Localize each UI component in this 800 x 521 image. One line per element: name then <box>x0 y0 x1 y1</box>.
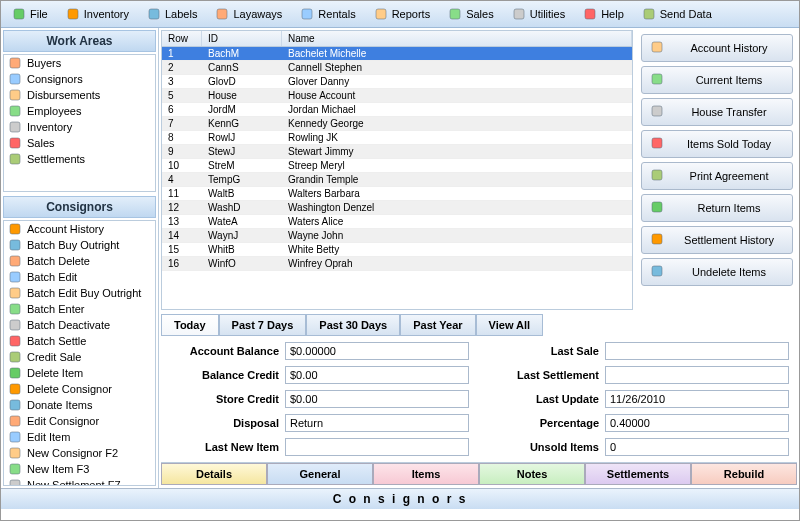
consignor-menu-item[interactable]: Batch Edit Buy Outright <box>4 285 155 301</box>
consignor-menu-item[interactable]: Delete Item <box>4 365 155 381</box>
cell-name: White Betty <box>282 243 632 256</box>
cell-name: Waters Alice <box>282 215 632 228</box>
svg-rect-11 <box>10 74 20 84</box>
field-last-settlement[interactable] <box>605 366 789 384</box>
field-last-sale[interactable] <box>605 342 789 360</box>
bottom-tab-general[interactable]: General <box>267 463 373 485</box>
col-row-header[interactable]: Row <box>162 31 202 46</box>
field-account-balance[interactable] <box>285 342 469 360</box>
table-row[interactable]: 7KennGKennedy George <box>162 117 632 131</box>
table-row[interactable]: 1BachMBachelet Michelle <box>162 47 632 61</box>
cell-id: GlovD <box>202 75 282 88</box>
consignor-menu-item[interactable]: Edit Item <box>4 429 155 445</box>
table-row[interactable]: 12WashDWashington Denzel <box>162 201 632 215</box>
table-row[interactable]: 13WateAWaters Alice <box>162 215 632 229</box>
table-row[interactable]: 6JordMJordan Michael <box>162 103 632 117</box>
table-row[interactable]: 14WaynJWayne John <box>162 229 632 243</box>
table-row[interactable]: 5HouseHouse Account <box>162 89 632 103</box>
work-area-inventory[interactable]: Inventory <box>4 119 155 135</box>
consignor-menu-item[interactable]: Batch Buy Outright <box>4 237 155 253</box>
consignor-menu-item[interactable]: New Consignor F2 <box>4 445 155 461</box>
table-row[interactable]: 8RowlJRowling JK <box>162 131 632 145</box>
consignor-menu-item[interactable]: Donate Items <box>4 397 155 413</box>
consignor-menu-item[interactable]: Credit Sale <box>4 349 155 365</box>
field-last-new-item[interactable] <box>285 438 469 456</box>
field-last-update[interactable] <box>605 390 789 408</box>
action-icon <box>650 200 666 216</box>
svg-rect-22 <box>10 304 20 314</box>
tree-label: Batch Delete <box>27 255 90 267</box>
tree-label: New Consignor F2 <box>27 447 118 459</box>
cell-id: RowlJ <box>202 131 282 144</box>
action-return-items[interactable]: Return Items <box>641 194 793 222</box>
filter-tab-past-30-days[interactable]: Past 30 Days <box>306 314 400 336</box>
toolbar-rentals[interactable]: Rentals <box>291 3 364 25</box>
toolbar-inventory[interactable]: Inventory <box>57 3 138 25</box>
field-label: Percentage <box>489 417 599 429</box>
bottom-tab-notes[interactable]: Notes <box>479 463 585 485</box>
field-balance-credit[interactable] <box>285 366 469 384</box>
field-store-credit[interactable] <box>285 390 469 408</box>
table-row[interactable]: 15WhitBWhite Betty <box>162 243 632 257</box>
toolbar-reports[interactable]: Reports <box>365 3 440 25</box>
field-row: Last Sale <box>489 342 789 360</box>
bottom-tab-rebuild[interactable]: Rebuild <box>691 463 797 485</box>
consignor-menu-item[interactable]: Batch Edit <box>4 269 155 285</box>
toolbar-help[interactable]: Help <box>574 3 633 25</box>
field-percentage[interactable] <box>605 414 789 432</box>
action-current-items[interactable]: Current Items <box>641 66 793 94</box>
consignor-menu-item[interactable]: New Settlement F7 <box>4 477 155 486</box>
table-row[interactable]: 2CannSCannell Stephen <box>162 61 632 75</box>
action-undelete-items[interactable]: Undelete Items <box>641 258 793 286</box>
consignor-menu-item[interactable]: Batch Settle <box>4 333 155 349</box>
bottom-tab-items[interactable]: Items <box>373 463 479 485</box>
bottom-tab-settlements[interactable]: Settlements <box>585 463 691 485</box>
tree-label: Disbursements <box>27 89 100 101</box>
work-area-sales[interactable]: Sales <box>4 135 155 151</box>
work-area-disbursements[interactable]: Disbursements <box>4 87 155 103</box>
toolbar-sales[interactable]: Sales <box>439 3 503 25</box>
footer-title: C o n s i g n o r s <box>1 488 799 509</box>
consignor-menu-item[interactable]: Account History <box>4 221 155 237</box>
action-house-transfer[interactable]: House Transfer <box>641 98 793 126</box>
filter-tab-today[interactable]: Today <box>161 314 219 336</box>
consignor-menu-item[interactable]: Batch Deactivate <box>4 317 155 333</box>
work-area-employees[interactable]: Employees <box>4 103 155 119</box>
toolbar-send-data[interactable]: Send Data <box>633 3 721 25</box>
cell-row: 8 <box>162 131 202 144</box>
bottom-tab-details[interactable]: Details <box>161 463 267 485</box>
table-row[interactable]: 4TempGGrandin Temple <box>162 173 632 187</box>
svg-rect-20 <box>10 272 20 282</box>
action-label: Settlement History <box>674 234 784 246</box>
field-unsold-items[interactable] <box>605 438 789 456</box>
table-row[interactable]: 11WaltBWalters Barbara <box>162 187 632 201</box>
toolbar-layaways[interactable]: Layaways <box>206 3 291 25</box>
work-area-buyers[interactable]: Buyers <box>4 55 155 71</box>
toolbar-file[interactable]: File <box>3 3 57 25</box>
consignor-menu-item[interactable]: New Item F3 <box>4 461 155 477</box>
toolbar-labels[interactable]: Labels <box>138 3 206 25</box>
filter-tab-past-7-days[interactable]: Past 7 Days <box>219 314 307 336</box>
toolbar-utilities[interactable]: Utilities <box>503 3 574 25</box>
table-row[interactable]: 10StreMStreep Meryl <box>162 159 632 173</box>
table-row[interactable]: 9StewJStewart Jimmy <box>162 145 632 159</box>
help-icon <box>583 7 597 21</box>
filter-tab-past-year[interactable]: Past Year <box>400 314 475 336</box>
table-row[interactable]: 3GlovDGlover Danny <box>162 75 632 89</box>
consignor-menu-item[interactable]: Edit Consignor <box>4 413 155 429</box>
action-items-sold-today[interactable]: Items Sold Today <box>641 130 793 158</box>
consignor-menu-item[interactable]: Batch Enter <box>4 301 155 317</box>
action-account-history[interactable]: Account History <box>641 34 793 62</box>
consignor-menu-item[interactable]: Delete Consignor <box>4 381 155 397</box>
col-id-header[interactable]: ID <box>202 31 282 46</box>
action-print-agreement[interactable]: Print Agreement <box>641 162 793 190</box>
col-name-header[interactable]: Name <box>282 31 632 46</box>
sidebar: Work Areas BuyersConsignorsDisbursements… <box>1 28 159 488</box>
action-settlement-history[interactable]: Settlement History <box>641 226 793 254</box>
table-row[interactable]: 16WinfOWinfrey Oprah <box>162 257 632 271</box>
field-disposal[interactable] <box>285 414 469 432</box>
work-area-settlements[interactable]: Settlements <box>4 151 155 167</box>
consignor-menu-item[interactable]: Batch Delete <box>4 253 155 269</box>
filter-tab-view-all[interactable]: View All <box>476 314 544 336</box>
work-area-consignors[interactable]: Consignors <box>4 71 155 87</box>
